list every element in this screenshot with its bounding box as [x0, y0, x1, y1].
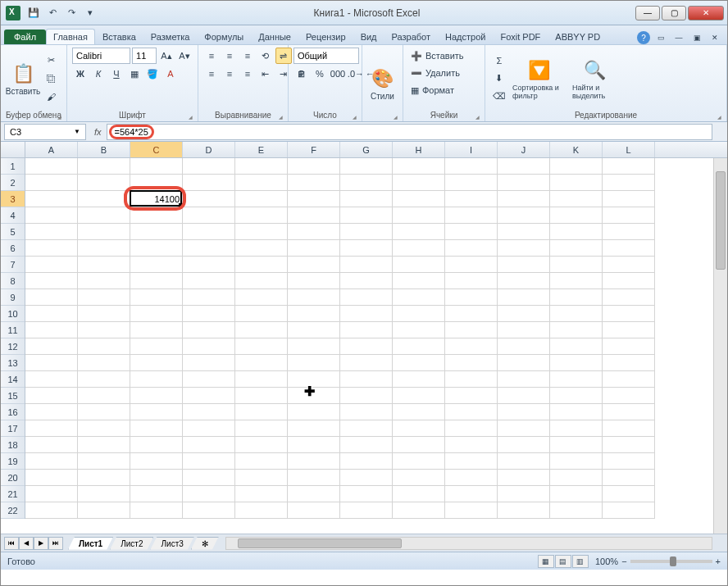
select-all-button[interactable]	[1, 142, 25, 157]
cell[interactable]	[603, 191, 655, 207]
cell[interactable]	[235, 306, 288, 322]
cell[interactable]	[183, 338, 235, 355]
cell[interactable]	[340, 207, 393, 224]
cell[interactable]	[235, 257, 288, 273]
cell[interactable]	[603, 420, 655, 437]
cell[interactable]	[393, 371, 445, 388]
tab-главная[interactable]: Главная	[46, 29, 95, 44]
cell[interactable]	[603, 404, 655, 420]
cell[interactable]	[130, 502, 183, 519]
cell[interactable]	[183, 158, 235, 175]
cell[interactable]	[78, 404, 130, 420]
maximize-button[interactable]: ▢	[662, 6, 686, 20]
delete-cells-button[interactable]: ➖ Удалить	[408, 65, 482, 81]
cell[interactable]	[393, 224, 445, 240]
tab-вид[interactable]: Вид	[353, 29, 384, 44]
cell[interactable]	[25, 502, 78, 519]
cell[interactable]	[288, 453, 340, 470]
cell[interactable]	[550, 207, 603, 224]
cell[interactable]	[288, 388, 340, 404]
cell[interactable]	[183, 404, 235, 420]
row-header[interactable]: 1	[1, 158, 25, 175]
cell[interactable]	[78, 322, 130, 338]
cell[interactable]	[393, 388, 445, 404]
cell[interactable]	[183, 371, 235, 388]
cell[interactable]	[498, 207, 550, 224]
spreadsheet-grid[interactable]: ABCDEFGHIJKL 123456789101112131415161718…	[1, 142, 727, 534]
insert-cells-button[interactable]: ➕ Вставить	[408, 48, 482, 64]
cell[interactable]	[130, 175, 183, 191]
cell[interactable]	[498, 371, 550, 388]
row-header[interactable]: 11	[1, 322, 25, 338]
cell[interactable]	[340, 470, 393, 486]
doc-close-button[interactable]: ✕	[708, 32, 722, 43]
cell[interactable]	[235, 158, 288, 175]
close-button[interactable]: ✕	[688, 6, 724, 20]
cell[interactable]	[603, 257, 655, 273]
tab-разметка[interactable]: Разметка	[143, 29, 198, 44]
cell[interactable]	[445, 355, 498, 371]
cell[interactable]	[393, 486, 445, 502]
minimize-button[interactable]: —	[635, 6, 660, 20]
cell[interactable]	[340, 486, 393, 502]
cell[interactable]	[25, 289, 78, 306]
cell[interactable]	[498, 338, 550, 355]
cell[interactable]	[445, 470, 498, 486]
align-right-button[interactable]: ≡	[239, 66, 256, 82]
format-painter-button[interactable]: 🖌	[43, 89, 59, 105]
file-tab[interactable]: Файл	[4, 30, 46, 44]
border-button[interactable]: ▦	[126, 66, 143, 82]
font-size-combo[interactable]: 11	[132, 48, 157, 64]
tab-данные[interactable]: Данные	[251, 29, 298, 44]
cell[interactable]	[550, 240, 603, 257]
cell[interactable]	[235, 207, 288, 224]
cell[interactable]	[130, 470, 183, 486]
cell[interactable]	[393, 502, 445, 519]
cell[interactable]	[550, 306, 603, 322]
cell[interactable]	[288, 470, 340, 486]
cell[interactable]	[603, 224, 655, 240]
clear-button[interactable]: ⌫	[490, 89, 508, 105]
align-middle-button[interactable]: ≡	[221, 48, 238, 64]
cell[interactable]	[550, 470, 603, 486]
column-header[interactable]: K	[550, 142, 603, 157]
cell[interactable]	[235, 388, 288, 404]
cell[interactable]	[235, 502, 288, 519]
cell[interactable]	[498, 388, 550, 404]
cell[interactable]	[130, 273, 183, 289]
cell[interactable]	[550, 502, 603, 519]
tab-надстрой[interactable]: Надстрой	[438, 29, 493, 44]
sheet-nav-prev[interactable]: ◀	[19, 537, 34, 550]
cell[interactable]	[550, 175, 603, 191]
horizontal-scrollbar[interactable]	[225, 537, 712, 550]
align-top-button[interactable]: ≡	[203, 48, 220, 64]
cell[interactable]	[183, 273, 235, 289]
cell[interactable]	[235, 175, 288, 191]
formula-input[interactable]: =564*25	[107, 124, 712, 140]
cell[interactable]	[445, 437, 498, 453]
cell[interactable]	[78, 420, 130, 437]
decrease-font-button[interactable]: A▾	[176, 48, 193, 64]
cell[interactable]	[498, 257, 550, 273]
cell[interactable]	[498, 240, 550, 257]
cell[interactable]	[183, 191, 235, 207]
increase-font-button[interactable]: A▴	[158, 48, 175, 64]
qat-more-button[interactable]: ▾	[82, 5, 98, 21]
doc-minimize-button[interactable]: —	[671, 32, 686, 43]
cell[interactable]	[288, 289, 340, 306]
cell[interactable]	[550, 437, 603, 453]
autosum-button[interactable]: Σ	[490, 52, 508, 69]
cell[interactable]	[78, 273, 130, 289]
save-button[interactable]: 💾	[25, 5, 42, 21]
cell[interactable]	[498, 322, 550, 338]
cell[interactable]	[550, 486, 603, 502]
cell[interactable]	[498, 453, 550, 470]
cell[interactable]	[498, 191, 550, 207]
cell[interactable]	[130, 289, 183, 306]
scrollbar-thumb[interactable]	[716, 171, 726, 270]
cell[interactable]	[183, 240, 235, 257]
cell[interactable]	[25, 371, 78, 388]
cell[interactable]	[393, 404, 445, 420]
cell[interactable]	[445, 502, 498, 519]
row-header[interactable]: 12	[1, 338, 25, 355]
